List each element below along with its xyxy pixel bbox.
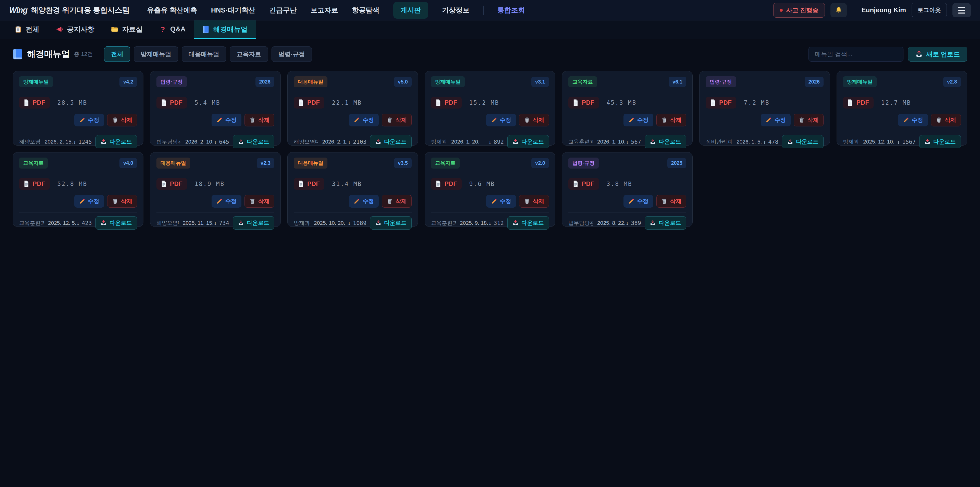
- department: 해양오염대응국: [19, 138, 41, 145]
- trash-icon: [387, 198, 393, 204]
- edit-button[interactable]: 수정: [624, 195, 653, 208]
- edit-button[interactable]: 수정: [212, 195, 242, 208]
- category-badge: 법령·규정: [706, 77, 736, 87]
- nav-item-6[interactable]: 기상정보: [442, 6, 469, 15]
- download-button[interactable]: 다운로드: [782, 135, 824, 148]
- download-button[interactable]: 다운로드: [370, 216, 412, 230]
- manual-card: 법령·규정 2026 방제선·방제정 운용 및 관리 규정 PDF 7.2 MB…: [699, 71, 830, 145]
- edit-button[interactable]: 수정: [761, 113, 791, 126]
- megaphone-icon: [56, 26, 63, 33]
- trash-icon: [936, 117, 942, 123]
- notifications-button[interactable]: [830, 3, 847, 18]
- app-title: 해양환경 위기대응 통합시스템: [31, 5, 129, 15]
- upload-button[interactable]: 새로 업로드: [908, 47, 967, 62]
- edit-button[interactable]: 수정: [74, 195, 104, 208]
- tab-0[interactable]: 전체: [6, 21, 48, 39]
- delete-button[interactable]: 삭제: [382, 113, 412, 126]
- download-button[interactable]: 다운로드: [233, 135, 274, 148]
- trash-icon: [387, 117, 393, 123]
- nav-item-0[interactable]: 유출유 확산예측: [147, 6, 197, 15]
- trash-icon: [524, 198, 530, 204]
- tab-1[interactable]: 공지사항: [48, 21, 103, 39]
- edit-button[interactable]: 수정: [212, 113, 242, 126]
- delete-button[interactable]: 삭제: [931, 113, 961, 126]
- delete-button[interactable]: 삭제: [245, 195, 274, 208]
- filter-chip-1[interactable]: 방제매뉴얼: [134, 46, 178, 62]
- down-arrow-icon: ↓: [348, 139, 351, 145]
- nav-item-4[interactable]: 항공탐색: [352, 6, 380, 15]
- filter-chip-4[interactable]: 법령·규정: [272, 46, 312, 62]
- pencil-icon: [628, 198, 635, 204]
- pdf-chip: PDF: [294, 97, 325, 109]
- download-icon: [100, 139, 107, 145]
- delete-button[interactable]: 삭제: [245, 113, 274, 126]
- delete-button[interactable]: 삭제: [794, 113, 824, 126]
- file-icon: [435, 99, 441, 106]
- download-icon: [375, 220, 381, 226]
- pdf-label: PDF: [445, 180, 457, 187]
- edit-button[interactable]: 수정: [624, 113, 653, 126]
- hamburger-icon: [958, 7, 965, 8]
- edit-button[interactable]: 수정: [898, 113, 928, 126]
- download-count: ↓ 892: [488, 139, 504, 145]
- upload-date: 2025. 11. 15.: [183, 220, 213, 226]
- edit-button[interactable]: 수정: [486, 113, 516, 126]
- category-badge: 교육자료: [568, 77, 597, 87]
- download-button[interactable]: 다운로드: [645, 216, 686, 230]
- nav-item-7[interactable]: 통합조회: [497, 6, 525, 15]
- logout-button[interactable]: 로그아웃: [912, 3, 947, 18]
- delete-button[interactable]: 삭제: [656, 195, 686, 208]
- filter-chip-0[interactable]: 전체: [104, 46, 130, 62]
- category-badge: 법령·규정: [156, 77, 187, 87]
- edit-button[interactable]: 수정: [349, 113, 379, 126]
- pdf-label: PDF: [33, 180, 45, 187]
- delete-button[interactable]: 삭제: [656, 113, 686, 126]
- delete-button[interactable]: 삭제: [519, 113, 549, 126]
- nav-item-5[interactable]: 게시판: [393, 2, 428, 19]
- download-button[interactable]: 다운로드: [95, 216, 137, 230]
- file-size: 22.1 MB: [332, 99, 362, 106]
- hamburger-menu-button[interactable]: [953, 3, 971, 18]
- search-input[interactable]: [808, 47, 904, 62]
- nav-item-2[interactable]: 긴급구난: [269, 6, 297, 15]
- edit-button[interactable]: 수정: [349, 195, 379, 208]
- delete-button[interactable]: 삭제: [107, 195, 137, 208]
- download-icon: [650, 139, 656, 145]
- download-count: ↓ 734: [213, 220, 229, 226]
- category-badge: 대응매뉴얼: [294, 77, 328, 87]
- category-badge: 방제매뉴얼: [19, 77, 53, 87]
- filter-chip-2[interactable]: 대응매뉴얼: [182, 46, 226, 62]
- download-button[interactable]: 다운로드: [508, 216, 549, 230]
- download-button[interactable]: 다운로드: [508, 135, 549, 148]
- delete-button[interactable]: 삭제: [382, 195, 412, 208]
- nav-item-1[interactable]: HNS·대기확산: [211, 6, 256, 15]
- download-button[interactable]: 다운로드: [233, 216, 274, 230]
- nav-item-3[interactable]: 보고자료: [310, 6, 338, 15]
- tab-3[interactable]: ?Q&A: [151, 21, 194, 39]
- delete-button[interactable]: 삭제: [107, 113, 137, 126]
- edit-button[interactable]: 수정: [74, 113, 104, 126]
- file-icon: [298, 180, 304, 187]
- file-size: 7.2 MB: [744, 99, 770, 106]
- department: 방제과: [431, 138, 447, 145]
- download-button[interactable]: 다운로드: [645, 135, 686, 148]
- tab-label: 해경매뉴얼: [213, 25, 248, 34]
- question-icon: ?: [159, 26, 167, 33]
- filter-chip-3[interactable]: 교육자료: [230, 46, 268, 62]
- download-button[interactable]: 다운로드: [95, 135, 137, 148]
- trash-icon: [249, 117, 256, 123]
- total-count: 총 12건: [74, 50, 93, 58]
- trash-icon: [112, 117, 118, 123]
- edit-button[interactable]: 수정: [486, 195, 516, 208]
- trash-icon: [112, 198, 118, 204]
- download-button[interactable]: 다운로드: [919, 135, 961, 148]
- tab-2[interactable]: 자료실: [103, 21, 151, 39]
- tab-4[interactable]: 해경매뉴얼: [194, 21, 256, 39]
- download-button[interactable]: 다운로드: [370, 135, 412, 148]
- upload-date: 2026. 1. 10.: [597, 139, 625, 145]
- delete-button[interactable]: 삭제: [519, 195, 549, 208]
- upload-date: 2025. 12. 5.: [48, 220, 76, 226]
- version-badge: v2.3: [257, 158, 274, 168]
- version-badge: v2.8: [943, 77, 961, 87]
- down-arrow-icon: ↓: [348, 220, 351, 226]
